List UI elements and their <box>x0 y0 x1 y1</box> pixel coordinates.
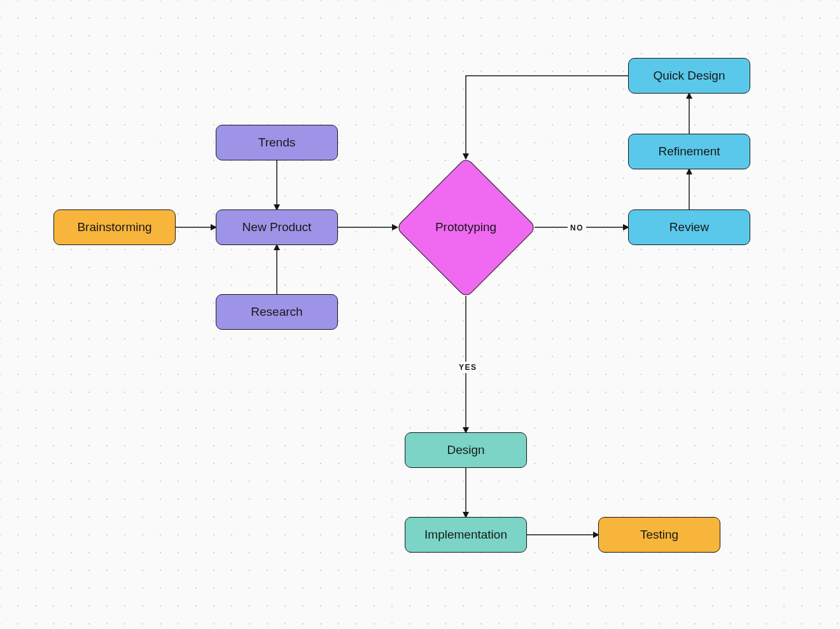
node-label: Refinement <box>658 145 720 159</box>
node-trends[interactable]: Trends <box>216 125 338 160</box>
node-review[interactable]: Review <box>628 209 750 245</box>
diagram-canvas[interactable]: Brainstorming Trends New Product Researc… <box>0 0 840 629</box>
node-new-product[interactable]: New Product <box>216 209 338 245</box>
edge-label-yes: YES <box>456 362 480 373</box>
node-label: Brainstorming <box>77 220 151 234</box>
node-refinement[interactable]: Refinement <box>628 134 750 169</box>
node-brainstorming[interactable]: Brainstorming <box>53 209 176 245</box>
node-label: Prototyping <box>435 220 496 234</box>
node-label: Design <box>447 443 484 457</box>
node-label: Review <box>669 220 709 234</box>
node-label: Research <box>251 305 302 319</box>
node-label: Implementation <box>424 528 507 542</box>
node-label: New Product <box>242 220 312 234</box>
node-design[interactable]: Design <box>405 432 527 468</box>
node-quick-design[interactable]: Quick Design <box>628 58 750 94</box>
node-label: Trends <box>258 136 295 150</box>
edge-label-no: NO <box>568 222 586 234</box>
node-prototyping[interactable]: Prototyping <box>397 159 535 296</box>
node-research[interactable]: Research <box>216 294 338 330</box>
node-label: Quick Design <box>654 69 725 83</box>
node-label: Testing <box>640 528 678 542</box>
node-implementation[interactable]: Implementation <box>405 517 527 553</box>
node-testing[interactable]: Testing <box>598 517 720 553</box>
